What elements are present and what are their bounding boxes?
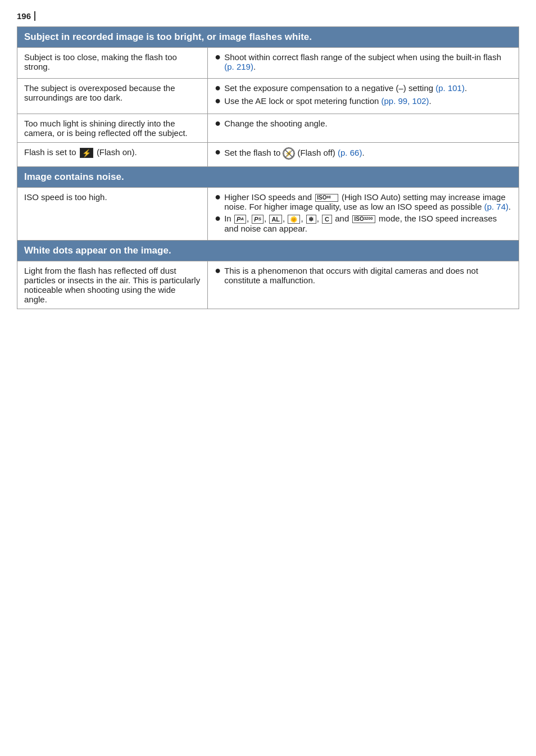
iso-3200-icon: ISO3200 <box>352 215 375 223</box>
bullet-list: ● Higher ISO speeds and ISOHI (High ISO … <box>215 192 512 233</box>
bullet-icon: ● <box>215 82 221 94</box>
list-item: ● Higher ISO speeds and ISOHI (High ISO … <box>215 192 512 211</box>
row-flash-on-left: Flash is set to ⚡ (Flash on). <box>17 143 208 167</box>
bullet-icon: ● <box>215 212 221 224</box>
section-noise-header: Image contains noise. <box>17 167 519 188</box>
section-dots-header-row: White dots appear on the image. <box>17 241 519 261</box>
page-link[interactable]: (p. 74) <box>484 202 508 211</box>
list-item: ● Set the flash to ⚡ (Flash off) (p. 66)… <box>215 147 512 160</box>
bullet-text: Higher ISO speeds and ISOHI (High ISO Au… <box>224 192 512 211</box>
mode-icon-beach: 🌞 <box>288 215 300 224</box>
flash-on-text: Flash is set to <box>24 147 79 157</box>
section-bright-header-row: Subject in recorded image is too bright,… <box>17 27 519 48</box>
iso-hi-icon: ISOHI <box>315 194 338 202</box>
row-overexposed: The subject is overexposed because the s… <box>17 79 519 114</box>
bullet-text: In PA, PS, AL, 🌞, ❄, C and ISO3200 mode, <box>224 214 512 233</box>
row-dust-right: ● This is a phenomenon that occurs with … <box>208 261 519 309</box>
bullet-icon: ● <box>215 95 221 107</box>
row-iso-high-left: ISO speed is too high. <box>17 188 208 241</box>
page-link[interactable]: (p. 101) <box>435 83 465 93</box>
list-item: ● Use the AE lock or spot metering funct… <box>215 96 512 107</box>
page-wrapper: 196 Subject in recorded image is too bri… <box>17 11 519 309</box>
row-dust-left: Light from the flash has reflected off d… <box>17 261 208 309</box>
bullet-text: This is a phenomenon that occurs with di… <box>224 266 512 285</box>
page-link[interactable]: (p. 66) <box>338 148 362 157</box>
row-light-shining-right: ● Change the shooting angle. <box>208 114 519 143</box>
mode-icon-pa: PA <box>234 215 246 224</box>
row-too-close-left: Subject is too close, making the flash t… <box>17 48 208 79</box>
list-item: ● Shoot within correct flash range of th… <box>215 52 512 71</box>
list-item: ● This is a phenomenon that occurs with … <box>215 266 512 285</box>
list-item: ● Set the exposure compensation to a neg… <box>215 83 512 94</box>
flash-on-icon: ⚡ <box>80 148 93 158</box>
row-light-shining-left: Too much light is shining directly into … <box>17 114 208 143</box>
row-dust: Light from the flash has reflected off d… <box>17 261 519 309</box>
row-light-shining: Too much light is shining directly into … <box>17 114 519 143</box>
page-number: 196 <box>17 11 35 21</box>
row-overexposed-left: The subject is overexposed because the s… <box>17 79 208 114</box>
mode-icon-snow: ❄ <box>306 215 316 224</box>
flash-off-svg: ⚡ <box>283 147 294 160</box>
flash-on-label: (Flash on). <box>97 147 137 157</box>
bullet-icon: ● <box>215 265 221 277</box>
flash-off-icon: ⚡ <box>283 147 295 160</box>
row-iso-high: ISO speed is too high. ● Higher ISO spee… <box>17 188 519 241</box>
list-item: ● In PA, PS, AL, 🌞, ❄, C and ISO3200 <box>215 214 512 233</box>
bullet-list: ● This is a phenomenon that occurs with … <box>215 266 512 285</box>
mode-icon-c: C <box>322 215 332 224</box>
section-noise-header-row: Image contains noise. <box>17 167 519 188</box>
bullet-text: Change the shooting angle. <box>224 119 327 128</box>
row-flash-on-right: ● Set the flash to ⚡ (Flash off) (p. 66)… <box>208 143 519 167</box>
list-item: ● Change the shooting angle. <box>215 119 512 129</box>
page-number-area: 196 <box>17 11 519 21</box>
bullet-text: Use the AE lock or spot metering functio… <box>224 96 431 106</box>
row-flash-on: Flash is set to ⚡ (Flash on). ● Set the … <box>17 143 519 167</box>
mode-icon-al: AL <box>269 215 282 224</box>
mode-icon-ps: PS <box>252 215 264 224</box>
bullet-text: Set the exposure compensation to a negat… <box>224 83 467 93</box>
section-bright-header: Subject in recorded image is too bright,… <box>17 27 519 48</box>
page-link[interactable]: (pp. 99, 102) <box>381 96 429 106</box>
content-table: Subject in recorded image is too bright,… <box>17 26 519 309</box>
row-too-close-right: ● Shoot within correct flash range of th… <box>208 48 519 79</box>
bullet-text: Set the flash to ⚡ (Flash off) (p. 66). <box>224 147 364 160</box>
bullet-text: Shoot within correct flash range of the … <box>224 52 512 71</box>
page-link[interactable]: (p. 219) <box>224 62 253 71</box>
bullet-list: ● Shoot within correct flash range of th… <box>215 52 512 71</box>
section-dots-header: White dots appear on the image. <box>17 241 519 261</box>
bullet-icon: ● <box>215 51 221 63</box>
bullet-list: ● Set the exposure compensation to a neg… <box>215 83 512 107</box>
row-overexposed-right: ● Set the exposure compensation to a neg… <box>208 79 519 114</box>
bullet-icon: ● <box>215 146 221 158</box>
row-iso-high-right: ● Higher ISO speeds and ISOHI (High ISO … <box>208 188 519 241</box>
bullet-icon: ● <box>215 191 221 203</box>
bullet-icon: ● <box>215 117 221 129</box>
bullet-list: ● Change the shooting angle. <box>215 119 512 129</box>
row-too-close: Subject is too close, making the flash t… <box>17 48 519 79</box>
bullet-list: ● Set the flash to ⚡ (Flash off) (p. 66)… <box>215 147 512 160</box>
